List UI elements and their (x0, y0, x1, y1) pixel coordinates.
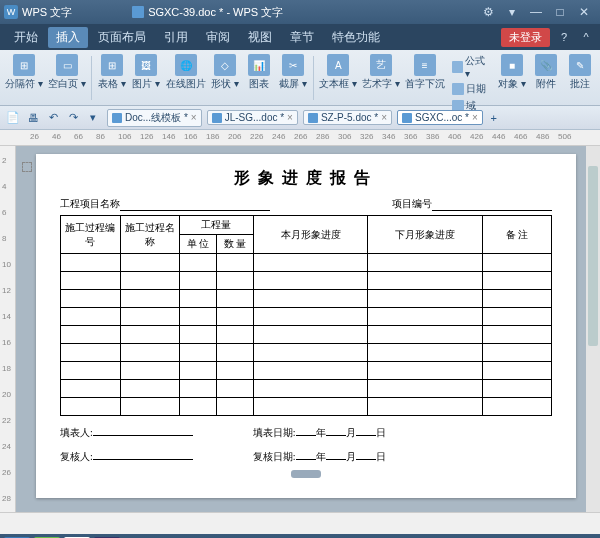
table-row (61, 326, 552, 344)
document-page[interactable]: 形象进度报告 工程项目名称 项目编号 施工过程编号 施工过程名称 工程量 本月形… (36, 154, 576, 498)
doc-tab-0[interactable]: Doc...线模板 *× (107, 109, 202, 127)
settings-icon[interactable]: ⚙ (476, 2, 500, 22)
project-name-label: 工程项目名称 (60, 197, 120, 211)
ribbon-btn-0-icon: ⊞ (13, 54, 35, 76)
dropdown-icon[interactable]: ▾ (500, 2, 524, 22)
doc-title: 形象进度报告 (60, 168, 552, 189)
qat-btn-0[interactable]: 📄 (4, 109, 22, 127)
ribbon-btn2-0-icon: ■ (501, 54, 523, 76)
table-row (61, 380, 552, 398)
vertical-ruler: 246810121416182022242628 (0, 146, 16, 512)
ribbon-btn-9-label: 艺术字 ▾ (362, 77, 400, 91)
day-unit-2: 日 (376, 450, 386, 464)
ribbon-btn-10-icon: ≡ (414, 54, 436, 76)
page-footer-handle[interactable] (291, 470, 321, 478)
progress-table[interactable]: 施工过程编号 施工过程名称 工程量 本月形象进度 下月形象进度 备 注 单 位 … (60, 215, 552, 416)
doc-tab-icon (112, 113, 122, 123)
th-process-no: 施工过程编号 (61, 216, 121, 254)
menu-item-5[interactable]: 视图 (240, 27, 280, 48)
qat-btn-3[interactable]: ↷ (64, 109, 82, 127)
menu-item-6[interactable]: 章节 (282, 27, 322, 48)
project-number-label: 项目编号 (392, 197, 432, 211)
year-field[interactable] (296, 435, 316, 436)
ribbon-btn-8-icon: A (327, 54, 349, 76)
ribbon-btn2-1-icon: 📎 (535, 54, 557, 76)
qat-btn-4[interactable]: ▾ (84, 109, 102, 127)
ribbon-btn-1[interactable]: ▭空白页 ▾ (47, 52, 88, 93)
tab-close-icon[interactable]: × (287, 112, 293, 123)
year-field-2[interactable] (296, 459, 316, 460)
month-field[interactable] (326, 435, 346, 436)
ribbon-btn2-0[interactable]: ■对象 ▾ (496, 52, 528, 93)
day-field[interactable] (356, 435, 376, 436)
month-field-2[interactable] (326, 459, 346, 460)
ribbon-btn-4[interactable]: 🌐在线图片 (164, 52, 207, 93)
filler-field[interactable] (93, 435, 193, 436)
ribbon-btn-6-icon: 📊 (248, 54, 270, 76)
table-row (61, 272, 552, 290)
menu-item-7[interactable]: 特色功能 (324, 27, 388, 48)
menu-bar: 开始插入页面布局引用审阅视图章节特色功能未登录?^ (0, 24, 600, 50)
menu-item-2[interactable]: 页面布局 (90, 27, 154, 48)
window-title: SGXC-39.doc * - WPS 文字 (148, 5, 283, 20)
ribbon-btn-10-label: 首字下沉 (405, 77, 445, 91)
review-date-label: 复核日期: (253, 450, 296, 464)
th-this-month: 本月形象进度 (253, 216, 368, 254)
project-number-field[interactable] (432, 197, 552, 211)
tab-close-icon[interactable]: × (191, 112, 197, 123)
page-area[interactable]: 形象进度报告 工程项目名称 项目编号 施工过程编号 施工过程名称 工程量 本月形… (16, 146, 600, 512)
month-unit-2: 月 (346, 450, 356, 464)
ribbon-btn2-2[interactable]: ✎批注 (564, 52, 596, 93)
maximize-button[interactable]: □ (548, 2, 572, 22)
scrollbar-thumb[interactable] (588, 166, 598, 346)
project-name-field[interactable] (120, 197, 270, 211)
menu-item-3[interactable]: 引用 (156, 27, 196, 48)
chev-icon[interactable]: ^ (578, 29, 594, 45)
ribbon-btn-10[interactable]: ≡首字下沉 (403, 52, 446, 93)
day-field-2[interactable] (356, 459, 376, 460)
page-break-icon[interactable] (22, 162, 32, 172)
ribbon-btn2-2-icon: ✎ (569, 54, 591, 76)
qat-btn-1[interactable]: 🖶 (24, 109, 42, 127)
ribbon-btn-9[interactable]: 艺艺术字 ▾ (361, 52, 402, 93)
ribbon-btn2-1[interactable]: 📎附件 (530, 52, 562, 93)
vertical-scrollbar[interactable] (586, 146, 600, 512)
minimize-button[interactable]: — (524, 2, 548, 22)
close-button[interactable]: ✕ (572, 2, 596, 22)
tab-close-icon[interactable]: × (472, 112, 478, 123)
help-icon[interactable]: ? (556, 29, 572, 45)
doc-tab-2[interactable]: SZ-P-5.doc *× (303, 110, 392, 125)
ribbon-btn-8[interactable]: A文本框 ▾ (318, 52, 359, 93)
not-logged-button[interactable]: 未登录 (501, 28, 550, 47)
ribbon-btn-5-label: 形状 ▾ (211, 77, 239, 91)
ribbon-btn-3-icon: 🖼 (135, 54, 157, 76)
doc-tab-1[interactable]: JL-SG...doc *× (207, 110, 298, 125)
ribbon-toolbar: ⊞分隔符 ▾▭空白页 ▾⊞表格 ▾🖼图片 ▾🌐在线图片◇形状 ▾📊图表✂截屏 ▾… (0, 50, 600, 106)
fill-date-label: 填表日期: (253, 426, 296, 440)
qat-btn-2[interactable]: ↶ (44, 109, 62, 127)
titlebar: W WPS 文字 SGXC-39.doc * - WPS 文字 ⚙ ▾ — □ … (0, 0, 600, 24)
new-tab-button[interactable]: + (485, 109, 503, 127)
ribbon-btn-7[interactable]: ✂截屏 ▾ (277, 52, 309, 93)
horizontal-ruler: 2646668610612614616618620622624626628630… (0, 130, 600, 146)
ribbon-btn-0[interactable]: ⊞分隔符 ▾ (4, 52, 45, 93)
ribbon-btn-5[interactable]: ◇形状 ▾ (209, 52, 241, 93)
menu-item-0[interactable]: 开始 (6, 27, 46, 48)
ribbon-btn-2[interactable]: ⊞表格 ▾ (96, 52, 128, 93)
tab-close-icon[interactable]: × (381, 112, 387, 123)
menu-item-1[interactable]: 插入 (48, 27, 88, 48)
ribbon-btn-6[interactable]: 📊图表 (243, 52, 275, 93)
table-row (61, 344, 552, 362)
ribbon-btn-9-icon: 艺 (370, 54, 392, 76)
doc-tab-3[interactable]: SGXC...oc *× (397, 110, 483, 125)
ribbon-small-0[interactable]: 公式 ▾ (450, 53, 492, 80)
th-unit: 单 位 (180, 235, 217, 254)
doc-tab-icon (308, 113, 318, 123)
ribbon-small-1[interactable]: 日期 (450, 81, 492, 97)
menu-item-4[interactable]: 审阅 (198, 27, 238, 48)
reviewer-field[interactable] (93, 459, 193, 460)
ribbon-btn-3[interactable]: 🖼图片 ▾ (130, 52, 162, 93)
app-name: WPS 文字 (22, 5, 72, 20)
table-row (61, 398, 552, 416)
ribbon-btn-3-label: 图片 ▾ (132, 77, 160, 91)
